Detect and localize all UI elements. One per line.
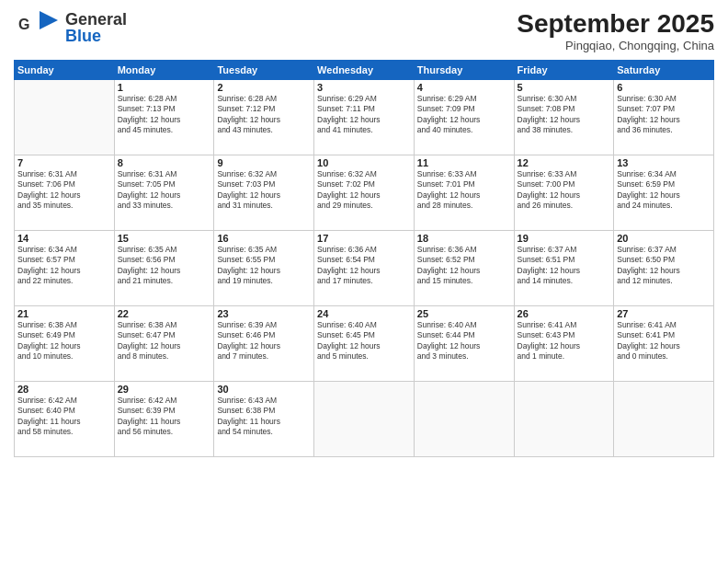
table-row: 22Sunrise: 6:38 AM Sunset: 6:47 PM Dayli…	[114, 306, 214, 382]
table-row: 5Sunrise: 6:30 AM Sunset: 7:08 PM Daylig…	[514, 80, 614, 155]
day-number: 14	[17, 233, 111, 244]
table-row: 13Sunrise: 6:34 AM Sunset: 6:59 PM Dayli…	[614, 155, 714, 231]
day-number: 22	[118, 308, 211, 319]
table-row: 29Sunrise: 6:42 AM Sunset: 6:39 PM Dayli…	[114, 382, 214, 457]
table-row	[314, 382, 415, 457]
table-row: 20Sunrise: 6:37 AM Sunset: 6:50 PM Dayli…	[614, 231, 714, 306]
day-number: 16	[217, 233, 311, 244]
col-sunday: Sunday	[15, 61, 115, 80]
table-row: 14Sunrise: 6:34 AM Sunset: 6:57 PM Dayli…	[15, 231, 115, 306]
table-row: 26Sunrise: 6:41 AM Sunset: 6:43 PM Dayli…	[514, 306, 614, 382]
table-row: 3Sunrise: 6:29 AM Sunset: 7:11 PM Daylig…	[314, 80, 415, 155]
logo-blue-text: Blue	[65, 28, 127, 44]
col-wednesday: Wednesday	[314, 61, 415, 80]
day-number: 26	[518, 308, 611, 319]
day-info: Sunrise: 6:40 AM Sunset: 6:45 PM Dayligh…	[317, 320, 411, 362]
svg-text:G: G	[18, 17, 29, 32]
day-info: Sunrise: 6:36 AM Sunset: 6:54 PM Dayligh…	[317, 245, 411, 287]
day-info: Sunrise: 6:34 AM Sunset: 6:57 PM Dayligh…	[17, 245, 111, 287]
table-row: 2Sunrise: 6:28 AM Sunset: 7:12 PM Daylig…	[214, 80, 314, 155]
calendar-week-row: 1Sunrise: 6:28 AM Sunset: 7:13 PM Daylig…	[15, 80, 714, 155]
day-number: 17	[317, 233, 411, 244]
day-info: Sunrise: 6:30 AM Sunset: 7:07 PM Dayligh…	[617, 94, 711, 136]
logo-icon: G	[14, 9, 60, 46]
col-thursday: Thursday	[414, 61, 514, 80]
table-row: 4Sunrise: 6:29 AM Sunset: 7:09 PM Daylig…	[414, 80, 514, 155]
table-row: 28Sunrise: 6:42 AM Sunset: 6:40 PM Dayli…	[15, 382, 115, 457]
day-number: 9	[217, 157, 311, 168]
day-info: Sunrise: 6:35 AM Sunset: 6:55 PM Dayligh…	[217, 245, 311, 287]
table-row	[414, 382, 514, 457]
day-info: Sunrise: 6:38 AM Sunset: 6:47 PM Dayligh…	[118, 320, 211, 362]
day-number: 2	[217, 82, 311, 93]
table-row: 16Sunrise: 6:35 AM Sunset: 6:55 PM Dayli…	[214, 231, 314, 306]
location: Pingqiao, Chongqing, China	[517, 39, 714, 52]
col-friday: Friday	[514, 61, 614, 80]
table-row: 9Sunrise: 6:32 AM Sunset: 7:03 PM Daylig…	[214, 155, 314, 231]
day-number: 4	[417, 82, 511, 93]
day-info: Sunrise: 6:36 AM Sunset: 6:52 PM Dayligh…	[417, 245, 511, 287]
table-row: 27Sunrise: 6:41 AM Sunset: 6:41 PM Dayli…	[614, 306, 714, 382]
day-number: 29	[118, 384, 211, 395]
title-section: September 2025 Pingqiao, Chongqing, Chin…	[517, 9, 714, 52]
day-info: Sunrise: 6:31 AM Sunset: 7:06 PM Dayligh…	[17, 169, 111, 212]
col-tuesday: Tuesday	[214, 61, 314, 80]
table-row	[15, 80, 115, 155]
table-row	[614, 382, 714, 457]
calendar-header-row: Sunday Monday Tuesday Wednesday Thursday…	[15, 61, 714, 80]
day-info: Sunrise: 6:37 AM Sunset: 6:50 PM Dayligh…	[617, 245, 711, 287]
day-info: Sunrise: 6:28 AM Sunset: 7:13 PM Dayligh…	[118, 94, 211, 136]
month-year: September 2025	[517, 9, 714, 39]
day-number: 18	[417, 233, 511, 244]
day-info: Sunrise: 6:30 AM Sunset: 7:08 PM Dayligh…	[518, 94, 611, 136]
page: G General Blue September 2025 Pingqiao, …	[0, 0, 728, 563]
table-row: 23Sunrise: 6:39 AM Sunset: 6:46 PM Dayli…	[214, 306, 314, 382]
day-number: 1	[118, 82, 211, 93]
table-row: 30Sunrise: 6:43 AM Sunset: 6:38 PM Dayli…	[214, 382, 314, 457]
day-number: 23	[217, 308, 311, 319]
day-info: Sunrise: 6:33 AM Sunset: 7:01 PM Dayligh…	[417, 169, 511, 212]
day-info: Sunrise: 6:32 AM Sunset: 7:03 PM Dayligh…	[217, 169, 311, 212]
day-info: Sunrise: 6:33 AM Sunset: 7:00 PM Dayligh…	[518, 169, 611, 212]
calendar-week-row: 21Sunrise: 6:38 AM Sunset: 6:49 PM Dayli…	[15, 306, 714, 382]
table-row: 24Sunrise: 6:40 AM Sunset: 6:45 PM Dayli…	[314, 306, 415, 382]
table-row: 11Sunrise: 6:33 AM Sunset: 7:01 PM Dayli…	[414, 155, 514, 231]
day-number: 11	[417, 157, 511, 168]
day-number: 27	[617, 308, 711, 319]
table-row: 21Sunrise: 6:38 AM Sunset: 6:49 PM Dayli…	[15, 306, 115, 382]
day-info: Sunrise: 6:37 AM Sunset: 6:51 PM Dayligh…	[518, 245, 611, 287]
table-row: 7Sunrise: 6:31 AM Sunset: 7:06 PM Daylig…	[15, 155, 115, 231]
day-info: Sunrise: 6:38 AM Sunset: 6:49 PM Dayligh…	[17, 320, 111, 362]
day-number: 3	[317, 82, 411, 93]
table-row: 10Sunrise: 6:32 AM Sunset: 7:02 PM Dayli…	[314, 155, 415, 231]
col-saturday: Saturday	[614, 61, 714, 80]
day-number: 7	[17, 157, 111, 168]
logo: G General Blue	[14, 9, 127, 46]
calendar-week-row: 7Sunrise: 6:31 AM Sunset: 7:06 PM Daylig…	[15, 155, 714, 231]
table-row: 17Sunrise: 6:36 AM Sunset: 6:54 PM Dayli…	[314, 231, 415, 306]
table-row: 12Sunrise: 6:33 AM Sunset: 7:00 PM Dayli…	[514, 155, 614, 231]
day-number: 8	[118, 157, 211, 168]
logo-text: General Blue	[65, 11, 127, 44]
table-row: 25Sunrise: 6:40 AM Sunset: 6:44 PM Dayli…	[414, 306, 514, 382]
day-number: 24	[317, 308, 411, 319]
day-info: Sunrise: 6:41 AM Sunset: 6:41 PM Dayligh…	[617, 320, 711, 362]
calendar-week-row: 14Sunrise: 6:34 AM Sunset: 6:57 PM Dayli…	[15, 231, 714, 306]
day-number: 5	[518, 82, 611, 93]
day-number: 25	[417, 308, 511, 319]
table-row: 19Sunrise: 6:37 AM Sunset: 6:51 PM Dayli…	[514, 231, 614, 306]
day-info: Sunrise: 6:29 AM Sunset: 7:11 PM Dayligh…	[317, 94, 411, 136]
day-info: Sunrise: 6:32 AM Sunset: 7:02 PM Dayligh…	[317, 169, 411, 212]
day-number: 20	[617, 233, 711, 244]
day-info: Sunrise: 6:35 AM Sunset: 6:56 PM Dayligh…	[118, 245, 211, 287]
day-info: Sunrise: 6:43 AM Sunset: 6:38 PM Dayligh…	[217, 396, 311, 438]
day-number: 6	[617, 82, 711, 93]
day-info: Sunrise: 6:29 AM Sunset: 7:09 PM Dayligh…	[417, 94, 511, 136]
header: G General Blue September 2025 Pingqiao, …	[14, 9, 714, 52]
day-info: Sunrise: 6:39 AM Sunset: 6:46 PM Dayligh…	[217, 320, 311, 362]
calendar-week-row: 28Sunrise: 6:42 AM Sunset: 6:40 PM Dayli…	[15, 382, 714, 457]
table-row: 6Sunrise: 6:30 AM Sunset: 7:07 PM Daylig…	[614, 80, 714, 155]
svg-marker-2	[40, 11, 58, 29]
day-number: 12	[518, 157, 611, 168]
table-row: 8Sunrise: 6:31 AM Sunset: 7:05 PM Daylig…	[114, 155, 214, 231]
